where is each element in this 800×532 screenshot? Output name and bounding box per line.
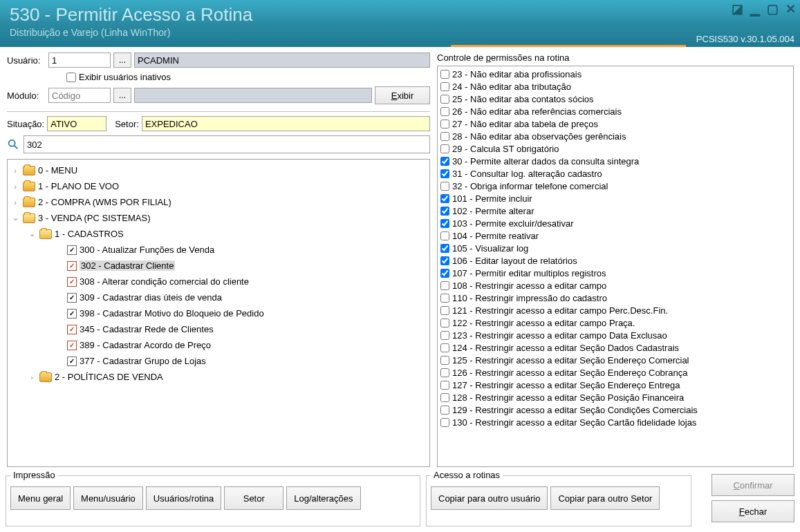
permission-checkbox[interactable] bbox=[440, 132, 449, 141]
tree-folder[interactable]: ›1 - PLANO DE VOO bbox=[9, 178, 428, 194]
permission-checkbox[interactable] bbox=[440, 306, 449, 315]
menu-geral-button[interactable]: Menu geral bbox=[10, 486, 71, 510]
tree-item[interactable]: 398 - Cadastrar Motivo do Bloqueio de Pe… bbox=[9, 305, 428, 321]
exibir-inativos-input[interactable] bbox=[66, 73, 76, 82]
permission-item[interactable]: 102 - Permite alterar bbox=[440, 205, 790, 217]
permission-item[interactable]: 29 - Calcula ST obrigatório bbox=[440, 142, 790, 155]
permission-item[interactable]: 105 - Visualizar log bbox=[440, 242, 790, 254]
tree-checkbox[interactable] bbox=[67, 341, 77, 350]
permission-checkbox[interactable] bbox=[440, 418, 449, 427]
usuario-input[interactable] bbox=[48, 53, 111, 68]
tree-folder[interactable]: ›2 - POLÍTICAS DE VENDA bbox=[9, 369, 428, 385]
permission-checkbox[interactable] bbox=[440, 169, 449, 178]
permission-checkbox[interactable] bbox=[440, 157, 449, 166]
tree-checkbox[interactable] bbox=[67, 357, 77, 366]
usuario-lookup-button[interactable]: ... bbox=[113, 53, 131, 68]
permission-item[interactable]: 27 - Não editar aba tabela de preços bbox=[440, 117, 790, 130]
permission-item[interactable]: 123 - Restringir acesso a editar campo D… bbox=[440, 329, 790, 341]
tree-item[interactable]: 309 - Cadastrar dias úteis de venda bbox=[9, 289, 428, 305]
permission-item[interactable]: 124 - Restringir acesso a editar Seção D… bbox=[440, 341, 790, 354]
modulo-lookup-button[interactable]: ... bbox=[113, 88, 131, 103]
tree-item[interactable]: 302 - Cadastrar Cliente bbox=[9, 258, 428, 274]
usuarios-rotina-button[interactable]: Usuários/rotina bbox=[146, 486, 221, 510]
permission-item[interactable]: 32 - Obriga informar telefone comercial bbox=[440, 180, 790, 192]
permission-item[interactable]: 121 - Restringir acesso a editar campo P… bbox=[440, 304, 790, 316]
permission-checkbox[interactable] bbox=[440, 319, 449, 327]
permission-checkbox[interactable] bbox=[440, 244, 449, 253]
permission-item[interactable]: 127 - Restringir acesso a editar Seção E… bbox=[440, 379, 790, 391]
tree-checkbox[interactable] bbox=[67, 309, 77, 319]
permission-checkbox[interactable] bbox=[440, 256, 449, 265]
permission-checkbox[interactable] bbox=[440, 356, 449, 365]
permission-checkbox[interactable] bbox=[440, 70, 449, 79]
permission-item[interactable]: 23 - Não editar aba profissionais bbox=[440, 68, 790, 80]
tree-item[interactable]: 300 - Atualizar Funções de Venda bbox=[9, 242, 428, 258]
permissions-list[interactable]: 23 - Não editar aba profissionais24 - Nã… bbox=[437, 66, 794, 467]
permission-item[interactable]: 110 - Restringir impressão do cadastro bbox=[440, 292, 790, 304]
tree-checkbox[interactable] bbox=[67, 325, 77, 334]
permission-item[interactable]: 28 - Não editar aba observações gerência… bbox=[440, 130, 790, 142]
tree-item[interactable]: 377 - Cadastrar Grupo de Lojas bbox=[9, 353, 428, 369]
routine-tree[interactable]: ›0 - MENU›1 - PLANO DE VOO›2 - COMPRA (W… bbox=[7, 159, 430, 467]
chevron-icon[interactable]: › bbox=[10, 198, 20, 207]
exibir-button[interactable]: Exibir bbox=[375, 86, 430, 104]
tree-folder[interactable]: ›2 - COMPRA (WMS POR FILIAL) bbox=[9, 194, 428, 210]
search-input[interactable] bbox=[24, 135, 430, 153]
permission-item[interactable]: 30 - Permite alterar dados da consulta s… bbox=[440, 155, 790, 167]
chevron-icon[interactable]: ⌄ bbox=[27, 229, 37, 238]
permission-checkbox[interactable] bbox=[440, 381, 449, 390]
permission-checkbox[interactable] bbox=[440, 269, 449, 278]
permission-item[interactable]: 26 - Não editar aba referências comercia… bbox=[440, 105, 790, 117]
menu-usuario-button[interactable]: Menu/usuário bbox=[73, 486, 143, 510]
permission-item[interactable]: 24 - Não editar aba tributação bbox=[440, 80, 790, 93]
copiar-setor-button[interactable]: Copiar para outro Setor bbox=[550, 486, 660, 510]
permission-item[interactable]: 106 - Editar layout de relatórios bbox=[440, 254, 790, 267]
tree-folder[interactable]: ⌄3 - VENDA (PC SISTEMAS) bbox=[9, 210, 428, 226]
tree-item[interactable]: 389 - Cadastrar Acordo de Preço bbox=[9, 337, 428, 353]
permission-item[interactable]: 107 - Permitir editar multiplos registro… bbox=[440, 267, 790, 279]
permission-checkbox[interactable] bbox=[440, 144, 449, 153]
tree-folder[interactable]: ⌄1 - CADASTROS bbox=[9, 226, 428, 242]
permission-item[interactable]: 126 - Restringir acesso a editar Seção E… bbox=[440, 366, 790, 379]
popout-icon[interactable]: ◪ bbox=[732, 1, 743, 17]
fechar-button[interactable]: Fechar bbox=[711, 500, 794, 522]
modulo-input[interactable] bbox=[48, 88, 111, 103]
permission-checkbox[interactable] bbox=[440, 82, 449, 91]
permission-item[interactable]: 101 - Permite incluir bbox=[440, 192, 790, 205]
permission-checkbox[interactable] bbox=[440, 231, 449, 240]
chevron-icon[interactable]: › bbox=[10, 182, 20, 191]
tree-item[interactable]: 308 - Alterar condição comercial do clie… bbox=[9, 274, 428, 289]
tree-checkbox[interactable] bbox=[67, 261, 77, 271]
permission-item[interactable]: 103 - Permite excluir/desativar bbox=[440, 217, 790, 229]
chevron-icon[interactable]: › bbox=[27, 373, 37, 381]
permission-checkbox[interactable] bbox=[440, 281, 449, 290]
chevron-icon[interactable]: › bbox=[10, 167, 20, 175]
tree-checkbox[interactable] bbox=[67, 245, 77, 255]
permission-checkbox[interactable] bbox=[440, 194, 449, 203]
tree-checkbox[interactable] bbox=[67, 293, 77, 303]
maximize-icon[interactable]: ▢ bbox=[767, 1, 779, 17]
exibir-inativos-checkbox[interactable]: Exibir usuários inativos bbox=[66, 72, 171, 82]
permission-checkbox[interactable] bbox=[440, 343, 449, 352]
permission-checkbox[interactable] bbox=[440, 107, 449, 116]
permission-item[interactable]: 25 - Não editar aba contatos sócios bbox=[440, 93, 790, 105]
permission-checkbox[interactable] bbox=[440, 182, 449, 191]
copiar-usuario-button[interactable]: Copiar para outro usuário bbox=[431, 486, 548, 510]
permission-checkbox[interactable] bbox=[440, 393, 449, 402]
minimize-icon[interactable]: ▁ bbox=[750, 1, 760, 17]
permission-checkbox[interactable] bbox=[440, 294, 449, 303]
permission-item[interactable]: 130 - Restringir acesso a editar Seção C… bbox=[440, 416, 790, 428]
permission-item[interactable]: 122 - Restringir acesso a editar campo P… bbox=[440, 316, 790, 329]
permission-item[interactable]: 108 - Restringir acesso a editar campo bbox=[440, 279, 790, 292]
permission-checkbox[interactable] bbox=[440, 406, 449, 415]
permission-checkbox[interactable] bbox=[440, 331, 449, 340]
permission-item[interactable]: 31 - Consultar log. alteração cadastro bbox=[440, 167, 790, 180]
permission-checkbox[interactable] bbox=[440, 219, 449, 228]
tree-checkbox[interactable] bbox=[67, 277, 77, 287]
confirmar-button[interactable]: Confirmar bbox=[711, 474, 794, 496]
permission-checkbox[interactable] bbox=[440, 95, 449, 104]
log-alteracoes-button[interactable]: Log/alterações bbox=[286, 486, 360, 510]
permission-item[interactable]: 128 - Restringir acesso a editar Seção P… bbox=[440, 391, 790, 403]
setor-button[interactable]: Setor bbox=[224, 486, 283, 510]
close-icon[interactable]: ✕ bbox=[785, 1, 796, 17]
